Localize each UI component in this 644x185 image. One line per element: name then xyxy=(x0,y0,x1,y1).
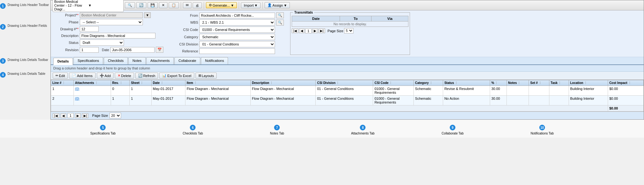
reference-field[interactable] xyxy=(199,48,275,54)
wbs-select[interactable]: 2.1 - WBS 2.1 xyxy=(199,19,275,26)
from-field[interactable] xyxy=(199,13,275,18)
cell-set-1 xyxy=(529,86,549,96)
cell-notes-1 xyxy=(507,86,529,96)
col-attachments[interactable]: Attachments xyxy=(73,80,111,86)
csi-code-select[interactable]: 01000 - General Requirements xyxy=(199,27,275,33)
badge-7: 7 xyxy=(274,125,280,130)
col-date[interactable]: Date xyxy=(151,80,185,86)
cell-description-1: Flow Diagram - Mechanical xyxy=(250,86,316,96)
tab-notes[interactable]: Notes xyxy=(128,57,146,64)
export-button[interactable]: 📊 Export To Excel xyxy=(159,73,194,79)
add-items-icon: 📄 xyxy=(72,74,76,78)
page-size-label: Page Size xyxy=(92,114,108,117)
calendar-icon[interactable]: 📅 xyxy=(156,47,163,53)
revision-field[interactable] xyxy=(80,47,99,53)
copy-header-button[interactable]: 📋 xyxy=(169,2,179,8)
trans-next-page[interactable]: ▶ xyxy=(312,28,318,33)
prev-page-button[interactable]: ◀ xyxy=(61,113,66,118)
col-item[interactable]: Item xyxy=(185,80,250,86)
cell-csi-code-1: 01000 - GeneralRequirements xyxy=(373,86,414,96)
col-set-num[interactable]: Set # xyxy=(529,80,549,86)
wbs-search-icon[interactable]: 🔍 xyxy=(276,20,284,26)
cell-date-1: May-01-2017 xyxy=(151,86,185,96)
page-size-select[interactable]: 20 xyxy=(109,113,121,118)
date-field[interactable] xyxy=(110,47,155,53)
col-category[interactable]: Category xyxy=(414,80,443,86)
col-location[interactable]: Location xyxy=(569,80,608,86)
col-csi-division[interactable]: CSI Division xyxy=(316,80,373,86)
layouts-button[interactable]: ⊞ Layouts xyxy=(196,73,217,79)
sep4 xyxy=(262,2,263,9)
tab-collaborate[interactable]: Collaborate xyxy=(174,57,200,64)
project-dropdown-icon: ▼ xyxy=(144,12,151,18)
cell-date-2: May-01-2017 xyxy=(151,96,185,105)
import-dropdown-icon: ▼ xyxy=(254,3,258,7)
badge-9: 9 xyxy=(450,125,455,130)
assign-button[interactable]: 👤 Assign ▼ xyxy=(265,2,290,8)
search-button[interactable]: 🔍 xyxy=(125,2,135,8)
col-notes[interactable]: Notes xyxy=(507,80,529,86)
cell-sheet-1: 1 xyxy=(130,86,151,96)
col-sheet[interactable]: Sheet xyxy=(130,80,151,86)
col-status[interactable]: Status xyxy=(443,80,490,86)
badge-6: 6 xyxy=(190,125,196,130)
layouts-icon: ⊞ xyxy=(198,74,201,78)
cell-line-1: 1 xyxy=(51,86,74,96)
cell-cost-2: $0.00 xyxy=(608,96,643,105)
trans-prev-page[interactable]: ◀ xyxy=(299,28,305,33)
from-search-icon[interactable]: 🔍 xyxy=(276,12,284,18)
last-page-button[interactable]: ▶| xyxy=(82,113,89,118)
generate-button[interactable]: ⚙ Generate... ▼ xyxy=(206,2,237,8)
delete-header-button[interactable]: ✕ xyxy=(159,2,167,8)
add-items-button[interactable]: 📄 Add Items xyxy=(69,73,96,79)
cell-status-1: Revise & Resubmit xyxy=(443,86,490,96)
trans-last-page[interactable]: ▶| xyxy=(319,28,325,33)
description-field[interactable] xyxy=(80,33,155,39)
generate-label: Generate... xyxy=(213,3,230,7)
cell-attachments-2[interactable]: (0) xyxy=(73,96,111,105)
edit-button[interactable]: ✏ Edit xyxy=(53,73,68,79)
tab-details[interactable]: Details xyxy=(53,58,73,65)
tab-notifications[interactable]: Notifications xyxy=(201,57,228,64)
add-button[interactable]: ➕ Add xyxy=(97,73,114,79)
annotation-notifications-tab: Notifications Tab xyxy=(531,132,554,135)
col-task[interactable]: Task xyxy=(549,80,569,86)
next-page-button[interactable]: ▶ xyxy=(75,113,81,118)
annotation-attachments-tab: Attachments Tab xyxy=(351,132,374,135)
email-icon: ✉ xyxy=(186,3,189,7)
tab-specifications[interactable]: Specifications xyxy=(73,57,103,64)
col-percent[interactable]: % xyxy=(490,80,506,86)
trans-first-page[interactable]: |◀ xyxy=(292,28,298,33)
project-field[interactable] xyxy=(80,12,143,18)
annotation-header-toolbar: Drawing Lists Header Toolbar xyxy=(8,3,49,7)
refresh-icon: 🔄 xyxy=(138,74,143,78)
email-button[interactable]: ✉ xyxy=(183,2,191,8)
delete-button[interactable]: ✕ Delete xyxy=(115,73,134,79)
first-page-button[interactable]: |◀ xyxy=(53,113,59,118)
fax-icon: 🖨 xyxy=(196,3,199,7)
import-button[interactable]: Import ▼ xyxy=(241,3,261,8)
fax-button[interactable]: 🖨 xyxy=(193,3,202,8)
col-cost-impact[interactable]: Cost Impact xyxy=(608,80,643,86)
tab-checklists[interactable]: Checklists xyxy=(104,57,128,64)
col-line[interactable]: Line # xyxy=(51,80,74,86)
refresh-button[interactable]: 🔄 Refresh xyxy=(135,73,158,79)
refresh-header-button[interactable]: 🔄 xyxy=(136,2,146,8)
tab-attachments[interactable]: Attachments xyxy=(146,57,174,64)
trans-page-size-select[interactable]: 5 xyxy=(344,28,354,33)
cell-attachments-1[interactable]: (0) xyxy=(73,86,111,96)
col-description[interactable]: Description xyxy=(250,80,316,86)
phase-select[interactable]: -- Select -- xyxy=(80,19,143,25)
category-select[interactable]: Schematic xyxy=(199,34,275,40)
csi-division-select[interactable]: 01 - General Conditions xyxy=(199,41,275,47)
status-select[interactable]: Draft xyxy=(80,39,124,46)
col-rev[interactable]: Rev. xyxy=(111,80,129,86)
drawing-number-field[interactable] xyxy=(80,26,99,32)
generate-dropdown-icon: ▼ xyxy=(231,3,234,7)
wbs-label: WBS xyxy=(173,21,198,24)
col-csi-code[interactable]: CSI Code xyxy=(373,80,414,86)
copy-icon: 📋 xyxy=(172,3,176,7)
transmittals-table: Date To Via No records to display. xyxy=(292,16,408,27)
drawing-dropdown[interactable]: Boston Medical Center - 12 - Flow Diagr.… xyxy=(53,0,124,12)
save-header-button[interactable]: 💾 xyxy=(148,2,158,8)
